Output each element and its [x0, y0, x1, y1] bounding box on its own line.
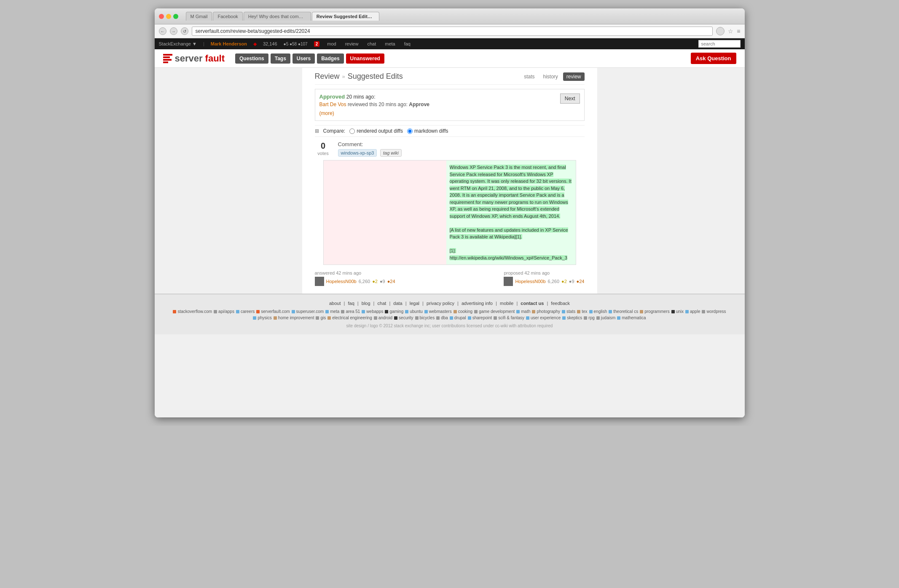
footer-site-gaming[interactable]: gaming: [385, 309, 403, 314]
tab-review[interactable]: review: [563, 72, 585, 81]
tab-stats[interactable]: stats: [521, 72, 538, 81]
tab-facebook[interactable]: Facebook: [213, 12, 242, 21]
footer-faq[interactable]: faq: [348, 301, 354, 306]
compare-markdown-radio[interactable]: [407, 128, 413, 134]
footer-site-home-improvement[interactable]: home improvement: [274, 315, 314, 320]
more-link[interactable]: (more): [319, 110, 334, 116]
footer-site-sharepoint[interactable]: sharepoint: [468, 315, 492, 320]
mod-count[interactable]: 2: [314, 41, 320, 47]
footer-site-area-51[interactable]: area 51: [341, 309, 360, 314]
compare-rendered-label: rendered output diffs: [357, 128, 403, 134]
footer-site-superuser.com[interactable]: superuser.com: [292, 309, 324, 314]
footer-feedback[interactable]: feedback: [551, 301, 570, 306]
next-button[interactable]: Next: [560, 94, 580, 104]
proposer-link[interactable]: HopelessN00b: [515, 279, 545, 284]
footer-site-skeptics[interactable]: skeptics: [562, 315, 582, 320]
footer-data[interactable]: data: [393, 301, 402, 306]
footer-site-user-experience[interactable]: user experience: [526, 315, 561, 320]
tab-history[interactable]: history: [539, 72, 561, 81]
nav-tags[interactable]: Tags: [271, 53, 290, 64]
tab-review[interactable]: Review Suggested Edits – Se...: [312, 12, 379, 21]
footer-site-english[interactable]: english: [589, 309, 607, 314]
footer-site-webmasters[interactable]: webmasters: [424, 309, 452, 314]
footer-about[interactable]: about: [329, 301, 341, 306]
footer-site-stackoverflow.com[interactable]: stackoverflow.com: [173, 309, 212, 314]
topbar-review[interactable]: review: [345, 41, 359, 46]
footer-site-cooking[interactable]: cooking: [454, 309, 472, 314]
footer-contact[interactable]: contact us: [521, 301, 544, 306]
footer-site-programmers[interactable]: programmers: [640, 309, 669, 314]
footer-mobile[interactable]: mobile: [500, 301, 513, 306]
footer-site-gis[interactable]: gis: [316, 315, 326, 320]
footer-privacy[interactable]: privacy policy: [427, 301, 454, 306]
footer-site-tex[interactable]: tex: [577, 309, 587, 314]
compare-markdown[interactable]: markdown diffs: [407, 128, 448, 134]
footer-site-math[interactable]: math: [516, 309, 530, 314]
close-button[interactable]: [159, 14, 164, 19]
search-input[interactable]: [698, 40, 741, 48]
footer-site-judaism[interactable]: judaism: [596, 315, 615, 320]
footer-site-ubuntu[interactable]: ubuntu: [405, 309, 423, 314]
footer-chat[interactable]: chat: [378, 301, 386, 306]
footer-site-physics[interactable]: physics: [253, 315, 271, 320]
compare-rendered-radio[interactable]: [349, 128, 355, 134]
nav-users[interactable]: Users: [293, 53, 315, 64]
footer-site-api/apps[interactable]: api/apps: [214, 309, 234, 314]
footer-site-theoretical-cs[interactable]: theoretical cs: [609, 309, 638, 314]
maximize-button[interactable]: [173, 14, 178, 19]
comment-section: Comment: windows-xp-sp3 tag wiki: [338, 141, 403, 157]
answerer-link[interactable]: HopelessN00b: [326, 279, 357, 284]
back-button[interactable]: ←: [159, 27, 166, 35]
site-dot: [316, 316, 319, 320]
nav-questions[interactable]: Questions: [235, 53, 268, 64]
footer-site-mathematica[interactable]: mathematica: [617, 315, 646, 320]
reload-button[interactable]: ↺: [181, 27, 188, 35]
site-dot: [577, 310, 580, 313]
footer-legal[interactable]: legal: [410, 301, 419, 306]
nav-unanswered[interactable]: Unanswered: [346, 53, 384, 64]
tab-gmail[interactable]: M Gmail: [186, 12, 212, 21]
footer-site-apple[interactable]: apple: [685, 309, 700, 314]
minimize-button[interactable]: [166, 14, 171, 19]
tag-windows[interactable]: windows-xp-sp3: [338, 149, 377, 157]
reviewer-link[interactable]: Bart De Vos: [319, 102, 346, 107]
footer-site-unix[interactable]: unix: [671, 309, 684, 314]
topbar-chat[interactable]: chat: [367, 41, 376, 46]
footer-site-game-development[interactable]: game development: [474, 309, 515, 314]
footer-site-bicycles[interactable]: bicycles: [415, 315, 435, 320]
footer-site-careers[interactable]: careers: [236, 309, 255, 314]
site-dot: [589, 310, 593, 313]
topbar-mod[interactable]: mod: [327, 41, 336, 46]
footer-site-meta[interactable]: meta: [325, 309, 339, 314]
approved-status: Approved: [319, 94, 345, 100]
footer-site-rpg[interactable]: rpg: [584, 315, 594, 320]
diff-container: Windows XP Service Pack 3 is the most re…: [323, 160, 576, 265]
topbar-meta[interactable]: meta: [385, 41, 395, 46]
footer-site-webapps[interactable]: webapps: [362, 309, 383, 314]
footer-site-drupal[interactable]: drupal: [450, 315, 466, 320]
forward-button[interactable]: →: [170, 27, 177, 35]
footer-site-dba[interactable]: dba: [436, 315, 448, 320]
footer-blog[interactable]: blog: [362, 301, 370, 306]
address-input[interactable]: [192, 27, 713, 36]
footer-site-android[interactable]: android: [374, 315, 392, 320]
footer-site-serverfault.com[interactable]: serverfault.com: [256, 309, 290, 314]
tab-hey[interactable]: Hey! Why does that commun...: [244, 12, 311, 21]
nav-badges[interactable]: Badges: [317, 53, 343, 64]
footer-site-photography[interactable]: photography: [532, 309, 560, 314]
tag-wiki[interactable]: tag wiki: [380, 149, 402, 157]
topbar-faq[interactable]: faq: [404, 41, 411, 46]
ask-question-button[interactable]: Ask Question: [691, 53, 736, 64]
footer-site-scifi-&-fantasy[interactable]: scifi & fantasy: [494, 315, 524, 320]
site-nav: Questions Tags Users Badges Unanswered: [235, 53, 384, 64]
footer-site-electrical-engineering[interactable]: electrical engineering: [327, 315, 372, 320]
approved-time: 20 mins ago:: [346, 94, 376, 100]
site-dot: [236, 310, 239, 313]
footer-site-security[interactable]: security: [394, 315, 413, 320]
footer-site-wordpress[interactable]: wordpress: [702, 309, 726, 314]
site-dot: [385, 310, 388, 313]
footer-advertising[interactable]: advertising info: [462, 301, 493, 306]
se-logo[interactable]: StackExchange ▼: [159, 41, 197, 46]
compare-rendered[interactable]: rendered output diffs: [349, 128, 403, 134]
footer-site-stats[interactable]: stats: [562, 309, 575, 314]
